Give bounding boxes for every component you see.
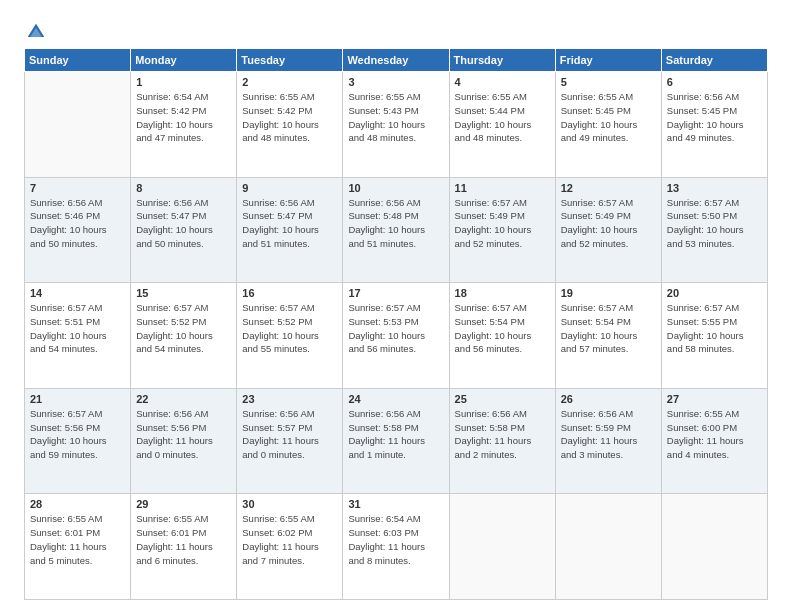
day-number: 6 <box>667 76 762 88</box>
weekday-header-friday: Friday <box>555 49 661 72</box>
calendar-cell: 3Sunrise: 6:55 AM Sunset: 5:43 PM Daylig… <box>343 72 449 178</box>
calendar-week-row-3: 14Sunrise: 6:57 AM Sunset: 5:51 PM Dayli… <box>25 283 768 389</box>
day-info: Sunrise: 6:57 AM Sunset: 5:52 PM Dayligh… <box>242 301 337 356</box>
day-info: Sunrise: 6:54 AM Sunset: 6:03 PM Dayligh… <box>348 512 443 567</box>
calendar-table: SundayMondayTuesdayWednesdayThursdayFrid… <box>24 48 768 600</box>
day-number: 20 <box>667 287 762 299</box>
logo-icon <box>26 22 46 42</box>
calendar-cell: 15Sunrise: 6:57 AM Sunset: 5:52 PM Dayli… <box>131 283 237 389</box>
calendar-cell: 20Sunrise: 6:57 AM Sunset: 5:55 PM Dayli… <box>661 283 767 389</box>
calendar-cell <box>661 494 767 600</box>
calendar-cell: 29Sunrise: 6:55 AM Sunset: 6:01 PM Dayli… <box>131 494 237 600</box>
day-number: 10 <box>348 182 443 194</box>
calendar-cell: 6Sunrise: 6:56 AM Sunset: 5:45 PM Daylig… <box>661 72 767 178</box>
day-number: 3 <box>348 76 443 88</box>
day-number: 15 <box>136 287 231 299</box>
day-number: 22 <box>136 393 231 405</box>
day-number: 14 <box>30 287 125 299</box>
day-info: Sunrise: 6:57 AM Sunset: 5:54 PM Dayligh… <box>455 301 550 356</box>
page: SundayMondayTuesdayWednesdayThursdayFrid… <box>0 0 792 612</box>
day-number: 18 <box>455 287 550 299</box>
day-info: Sunrise: 6:56 AM Sunset: 5:58 PM Dayligh… <box>455 407 550 462</box>
calendar-cell: 31Sunrise: 6:54 AM Sunset: 6:03 PM Dayli… <box>343 494 449 600</box>
calendar-cell <box>449 494 555 600</box>
day-info: Sunrise: 6:56 AM Sunset: 5:47 PM Dayligh… <box>242 196 337 251</box>
calendar-cell <box>25 72 131 178</box>
calendar-cell: 14Sunrise: 6:57 AM Sunset: 5:51 PM Dayli… <box>25 283 131 389</box>
day-number: 30 <box>242 498 337 510</box>
calendar-cell: 25Sunrise: 6:56 AM Sunset: 5:58 PM Dayli… <box>449 388 555 494</box>
calendar-cell: 9Sunrise: 6:56 AM Sunset: 5:47 PM Daylig… <box>237 177 343 283</box>
day-info: Sunrise: 6:57 AM Sunset: 5:52 PM Dayligh… <box>136 301 231 356</box>
day-info: Sunrise: 6:57 AM Sunset: 5:51 PM Dayligh… <box>30 301 125 356</box>
header <box>24 18 768 38</box>
day-info: Sunrise: 6:56 AM Sunset: 5:59 PM Dayligh… <box>561 407 656 462</box>
calendar-cell: 23Sunrise: 6:56 AM Sunset: 5:57 PM Dayli… <box>237 388 343 494</box>
day-info: Sunrise: 6:54 AM Sunset: 5:42 PM Dayligh… <box>136 90 231 145</box>
calendar-cell: 13Sunrise: 6:57 AM Sunset: 5:50 PM Dayli… <box>661 177 767 283</box>
day-info: Sunrise: 6:56 AM Sunset: 5:47 PM Dayligh… <box>136 196 231 251</box>
day-info: Sunrise: 6:55 AM Sunset: 6:01 PM Dayligh… <box>30 512 125 567</box>
calendar-cell: 4Sunrise: 6:55 AM Sunset: 5:44 PM Daylig… <box>449 72 555 178</box>
calendar-cell: 28Sunrise: 6:55 AM Sunset: 6:01 PM Dayli… <box>25 494 131 600</box>
day-number: 25 <box>455 393 550 405</box>
calendar-cell: 7Sunrise: 6:56 AM Sunset: 5:46 PM Daylig… <box>25 177 131 283</box>
weekday-header-saturday: Saturday <box>661 49 767 72</box>
day-info: Sunrise: 6:57 AM Sunset: 5:55 PM Dayligh… <box>667 301 762 356</box>
calendar-week-row-2: 7Sunrise: 6:56 AM Sunset: 5:46 PM Daylig… <box>25 177 768 283</box>
day-info: Sunrise: 6:55 AM Sunset: 5:43 PM Dayligh… <box>348 90 443 145</box>
calendar-cell: 1Sunrise: 6:54 AM Sunset: 5:42 PM Daylig… <box>131 72 237 178</box>
day-number: 5 <box>561 76 656 88</box>
calendar-cell: 2Sunrise: 6:55 AM Sunset: 5:42 PM Daylig… <box>237 72 343 178</box>
calendar-cell: 26Sunrise: 6:56 AM Sunset: 5:59 PM Dayli… <box>555 388 661 494</box>
day-number: 8 <box>136 182 231 194</box>
calendar-cell: 12Sunrise: 6:57 AM Sunset: 5:49 PM Dayli… <box>555 177 661 283</box>
day-info: Sunrise: 6:57 AM Sunset: 5:49 PM Dayligh… <box>561 196 656 251</box>
calendar-week-row-5: 28Sunrise: 6:55 AM Sunset: 6:01 PM Dayli… <box>25 494 768 600</box>
day-number: 27 <box>667 393 762 405</box>
day-number: 13 <box>667 182 762 194</box>
day-info: Sunrise: 6:55 AM Sunset: 5:45 PM Dayligh… <box>561 90 656 145</box>
weekday-header-thursday: Thursday <box>449 49 555 72</box>
calendar-cell: 21Sunrise: 6:57 AM Sunset: 5:56 PM Dayli… <box>25 388 131 494</box>
logo <box>24 18 46 38</box>
day-number: 9 <box>242 182 337 194</box>
weekday-header-tuesday: Tuesday <box>237 49 343 72</box>
day-info: Sunrise: 6:57 AM Sunset: 5:56 PM Dayligh… <box>30 407 125 462</box>
day-number: 28 <box>30 498 125 510</box>
day-info: Sunrise: 6:57 AM Sunset: 5:53 PM Dayligh… <box>348 301 443 356</box>
calendar-cell: 11Sunrise: 6:57 AM Sunset: 5:49 PM Dayli… <box>449 177 555 283</box>
day-number: 31 <box>348 498 443 510</box>
calendar-cell: 10Sunrise: 6:56 AM Sunset: 5:48 PM Dayli… <box>343 177 449 283</box>
day-info: Sunrise: 6:55 AM Sunset: 6:02 PM Dayligh… <box>242 512 337 567</box>
day-info: Sunrise: 6:55 AM Sunset: 5:42 PM Dayligh… <box>242 90 337 145</box>
day-info: Sunrise: 6:56 AM Sunset: 5:48 PM Dayligh… <box>348 196 443 251</box>
day-number: 2 <box>242 76 337 88</box>
day-info: Sunrise: 6:55 AM Sunset: 6:01 PM Dayligh… <box>136 512 231 567</box>
day-info: Sunrise: 6:55 AM Sunset: 5:44 PM Dayligh… <box>455 90 550 145</box>
calendar-week-row-4: 21Sunrise: 6:57 AM Sunset: 5:56 PM Dayli… <box>25 388 768 494</box>
day-number: 24 <box>348 393 443 405</box>
calendar-cell <box>555 494 661 600</box>
calendar-cell: 8Sunrise: 6:56 AM Sunset: 5:47 PM Daylig… <box>131 177 237 283</box>
day-info: Sunrise: 6:56 AM Sunset: 5:56 PM Dayligh… <box>136 407 231 462</box>
day-number: 1 <box>136 76 231 88</box>
calendar-cell: 5Sunrise: 6:55 AM Sunset: 5:45 PM Daylig… <box>555 72 661 178</box>
weekday-header-wednesday: Wednesday <box>343 49 449 72</box>
day-number: 23 <box>242 393 337 405</box>
day-number: 4 <box>455 76 550 88</box>
day-info: Sunrise: 6:57 AM Sunset: 5:49 PM Dayligh… <box>455 196 550 251</box>
day-number: 16 <box>242 287 337 299</box>
calendar-cell: 27Sunrise: 6:55 AM Sunset: 6:00 PM Dayli… <box>661 388 767 494</box>
calendar-cell: 30Sunrise: 6:55 AM Sunset: 6:02 PM Dayli… <box>237 494 343 600</box>
day-info: Sunrise: 6:57 AM Sunset: 5:50 PM Dayligh… <box>667 196 762 251</box>
day-number: 29 <box>136 498 231 510</box>
calendar-cell: 16Sunrise: 6:57 AM Sunset: 5:52 PM Dayli… <box>237 283 343 389</box>
calendar-cell: 24Sunrise: 6:56 AM Sunset: 5:58 PM Dayli… <box>343 388 449 494</box>
weekday-header-row: SundayMondayTuesdayWednesdayThursdayFrid… <box>25 49 768 72</box>
calendar-cell: 19Sunrise: 6:57 AM Sunset: 5:54 PM Dayli… <box>555 283 661 389</box>
day-info: Sunrise: 6:56 AM Sunset: 5:58 PM Dayligh… <box>348 407 443 462</box>
day-info: Sunrise: 6:57 AM Sunset: 5:54 PM Dayligh… <box>561 301 656 356</box>
day-info: Sunrise: 6:56 AM Sunset: 5:46 PM Dayligh… <box>30 196 125 251</box>
day-number: 11 <box>455 182 550 194</box>
